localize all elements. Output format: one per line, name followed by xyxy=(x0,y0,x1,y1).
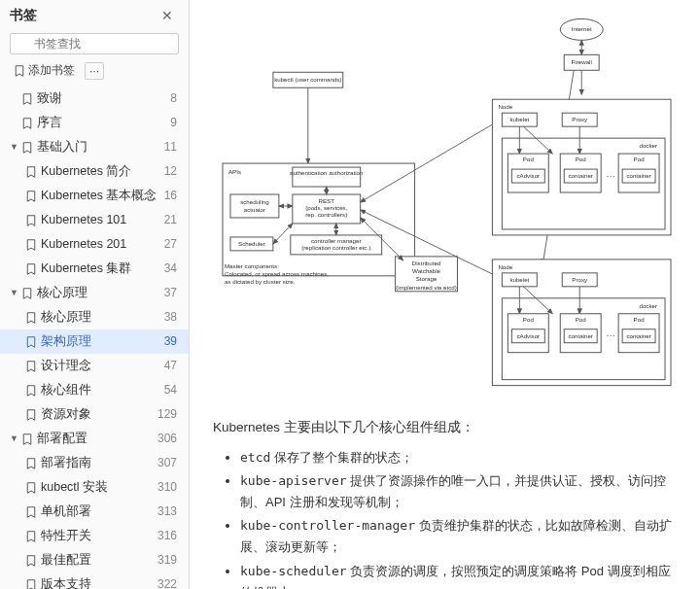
sidebar-item-count: 34 xyxy=(164,260,179,278)
sidebar-item-count: 11 xyxy=(164,138,179,156)
svg-text:cAdvisor: cAdvisor xyxy=(516,332,540,339)
bookmark-icon xyxy=(21,118,33,129)
sidebar-item-count: 47 xyxy=(164,357,179,375)
sidebar-item-label: 最佳配置 xyxy=(41,551,91,570)
bookmark-tree[interactable]: 致谢8序言9▼基础入门11Kubernetes 简介12Kubernetes 基… xyxy=(0,87,189,589)
sidebar-item-label: kubectl 安装 xyxy=(41,478,108,497)
svg-text:scheduling: scheduling xyxy=(240,198,269,205)
sidebar-item[interactable]: 版本支持322 xyxy=(0,572,189,589)
sidebar-item-count: 307 xyxy=(158,454,179,472)
list-item: kube-scheduler 负责资源的调度，按照预定的调度策略将 Pod 调度… xyxy=(240,561,679,590)
sidebar-item[interactable]: ▼核心原理37 xyxy=(0,281,189,305)
sidebar-item[interactable]: Kubernetes 基本概念16 xyxy=(0,184,189,208)
sidebar-item-label: Kubernetes 201 xyxy=(41,235,126,254)
sidebar-item[interactable]: Kubernetes 集群34 xyxy=(0,257,189,281)
svg-text:cAdvisor: cAdvisor xyxy=(516,172,540,179)
svg-text:container: container xyxy=(626,172,650,179)
bookmark-icon xyxy=(25,191,37,202)
sidebar-item[interactable]: Kubernetes 10121 xyxy=(0,208,189,232)
sidebar-item[interactable]: 特性开关316 xyxy=(0,524,189,548)
sidebar-item-label: Kubernetes 101 xyxy=(41,211,126,229)
sidebar-title: 书签 xyxy=(10,7,37,24)
bookmark-icon xyxy=(25,385,37,397)
svg-text:REST: REST xyxy=(319,197,335,204)
svg-text:docker: docker xyxy=(640,142,658,149)
sidebar-item[interactable]: 单机部署313 xyxy=(0,500,189,524)
svg-text:APIs: APIs xyxy=(228,168,241,175)
sidebar-item-count: 16 xyxy=(164,187,179,205)
sidebar-item-label: 核心原理 xyxy=(37,284,88,302)
sidebar-item[interactable]: 架构原理39 xyxy=(0,329,189,354)
caret-icon: ▼ xyxy=(10,284,18,302)
svg-text:…: … xyxy=(606,328,615,338)
svg-text:kubelet: kubelet xyxy=(509,276,529,283)
sidebar-item-count: 27 xyxy=(164,235,179,254)
bullet-list: etcd 保存了整个集群的状态；kube-apiserver 提供了资源操作的唯… xyxy=(213,447,679,589)
sidebar-item-count: 38 xyxy=(164,308,179,327)
sidebar-item[interactable]: 致谢8 xyxy=(0,87,189,111)
bookmark-icon xyxy=(21,93,33,105)
svg-text:(implemented via etcd): (implemented via etcd) xyxy=(396,284,456,291)
svg-text:kubelet: kubelet xyxy=(509,116,529,122)
add-bookmark-label: 添加书签 xyxy=(28,62,75,79)
svg-text:Firewall: Firewall xyxy=(572,58,592,65)
sidebar-toolbar: 添加书签 ··· xyxy=(0,60,189,87)
bookmark-icon xyxy=(25,506,37,518)
diagram-node-2: Node kubelet Proxy docker Pod cAdvisor P… xyxy=(492,260,671,386)
caret-icon: ▼ xyxy=(10,430,18,448)
bookmark-icon xyxy=(25,166,37,178)
sidebar-item[interactable]: 序言9 xyxy=(0,111,189,135)
sidebar-item-label: 特性开关 xyxy=(41,527,91,545)
svg-text:Pod: Pod xyxy=(576,156,587,162)
add-bookmark-button[interactable]: 添加书签 xyxy=(10,60,79,81)
svg-text:Proxy: Proxy xyxy=(572,276,588,283)
sidebar-item-label: 设计理念 xyxy=(41,357,91,375)
sidebar-item-count: 129 xyxy=(158,405,179,424)
sidebar-item[interactable]: Kubernetes 20127 xyxy=(0,232,189,257)
section-intro: Kubernetes 主要由以下几个核心组件组成： xyxy=(213,417,679,439)
sidebar-item[interactable]: ▼部署配置306 xyxy=(0,427,189,451)
sidebar-item-label: 版本支持 xyxy=(41,575,91,589)
bookmark-icon xyxy=(25,579,37,590)
sidebar-item[interactable]: 核心原理38 xyxy=(0,305,189,329)
sidebar-item[interactable]: 最佳配置319 xyxy=(0,548,189,572)
sidebar-item-label: Kubernetes 集群 xyxy=(41,260,131,278)
bookmark-icon xyxy=(25,263,37,275)
content-pane[interactable]: .bx{fill:#fff;stroke:#555;stroke-width:1… xyxy=(190,0,700,589)
more-button[interactable]: ··· xyxy=(85,62,104,80)
sidebar-item[interactable]: 部署指南307 xyxy=(0,451,189,475)
close-icon[interactable]: ✕ xyxy=(156,6,179,25)
bookmark-add-icon xyxy=(14,65,25,77)
sidebar-item-count: 310 xyxy=(158,478,179,497)
list-item: etcd 保存了整个集群的状态； xyxy=(240,447,679,468)
caret-icon: ▼ xyxy=(10,138,18,156)
sidebar-item[interactable]: Kubernetes 简介12 xyxy=(0,159,189,184)
sidebar-item-label: 序言 xyxy=(37,114,62,132)
bookmark-icon xyxy=(25,239,37,251)
bookmark-icon xyxy=(25,458,37,469)
sidebar-item-count: 319 xyxy=(158,551,179,570)
svg-text:…: … xyxy=(606,168,615,179)
sidebar-item-count: 21 xyxy=(164,211,179,229)
sidebar-item[interactable]: kubectl 安装310 xyxy=(0,475,189,500)
sidebar-item[interactable]: 核心组件54 xyxy=(0,378,189,402)
sidebar-item-count: 12 xyxy=(164,162,179,181)
sidebar-item[interactable]: ▼基础入门11 xyxy=(0,135,189,159)
bookmark-icon xyxy=(25,312,37,324)
svg-text:Colocated, or spread across ma: Colocated, or spread across machines, xyxy=(225,270,329,277)
svg-text:container: container xyxy=(569,172,593,179)
svg-text:Storage: Storage xyxy=(416,275,438,282)
svg-text:container: container xyxy=(569,332,593,339)
sidebar-item-count: 313 xyxy=(158,502,179,521)
sidebar-item[interactable]: 设计理念47 xyxy=(0,354,189,378)
svg-text:Pod: Pod xyxy=(576,316,587,323)
svg-text:Node: Node xyxy=(498,103,512,110)
list-item: kube-apiserver 提供了资源操作的唯一入口，并提供认证、授权、访问控… xyxy=(240,470,679,513)
list-item: kube-controller-manager 负责维护集群的状态，比如故障检测… xyxy=(240,515,679,558)
search-container xyxy=(0,29,189,60)
search-input[interactable] xyxy=(10,33,179,54)
sidebar-item[interactable]: 资源对象129 xyxy=(0,402,189,427)
sidebar-item-count: 37 xyxy=(164,284,179,302)
sidebar-item-count: 8 xyxy=(170,89,179,108)
sidebar-item-count: 322 xyxy=(158,575,179,589)
